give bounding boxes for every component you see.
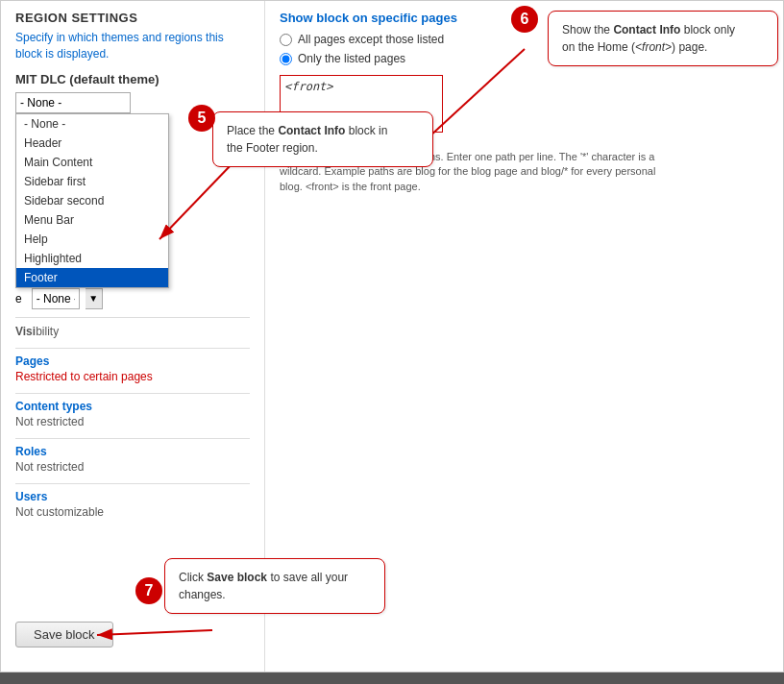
- visibility-section: Visibility: [15, 317, 250, 338]
- region-select[interactable]: - None - Header Main Content Sidebar fir…: [15, 92, 131, 113]
- menu-item-header[interactable]: Header: [16, 134, 168, 153]
- content-types-title[interactable]: Content types: [15, 400, 250, 413]
- dropdown-menu: - None - Header Main Content Sidebar fir…: [15, 113, 169, 288]
- theme-label: MIT DLC (default theme): [15, 72, 250, 86]
- step-5-circle: 5: [188, 105, 215, 132]
- menu-item-footer[interactable]: Footer: [16, 268, 168, 287]
- second-row-label: e: [15, 292, 22, 305]
- radio-only-listed-input[interactable]: [280, 53, 292, 65]
- callout-7: Click Save block to save all yourchanges…: [164, 558, 385, 614]
- callout-6-bold: Contact Info: [613, 23, 680, 37]
- pages-section-title[interactable]: Pages: [15, 354, 250, 368]
- desc-suffix: .: [106, 47, 109, 61]
- callout-6: Show the Contact Info block onlyon the H…: [548, 11, 778, 66]
- menu-item-highlighted[interactable]: Highlighted: [16, 249, 168, 268]
- step-6-circle: 6: [511, 6, 538, 33]
- region-settings-title: Region Settings: [15, 11, 250, 25]
- menu-item-menu-bar[interactable]: Menu Bar: [16, 210, 168, 230]
- pages-section-value: Restricted to certain pages: [15, 370, 250, 383]
- menu-item-none[interactable]: - None -: [16, 114, 168, 134]
- roles-value: Not restricted: [15, 460, 250, 474]
- save-block-button[interactable]: Save block: [15, 622, 113, 647]
- callout-7-bold: Save block: [207, 571, 267, 584]
- callout-5-bold: Contact Info: [278, 124, 345, 137]
- step-7-circle: 7: [135, 577, 162, 604]
- radio-only-listed-label: Only the listed pages: [298, 52, 405, 65]
- roles-title[interactable]: Roles: [15, 445, 250, 458]
- menu-item-help[interactable]: Help: [16, 230, 168, 249]
- desc-prefix: Specify: [15, 31, 57, 44]
- roles-section: Roles Not restricted: [15, 438, 250, 474]
- menu-item-main-content[interactable]: Main Content: [16, 153, 168, 172]
- menu-item-sidebar-first[interactable]: Sidebar first: [16, 172, 168, 191]
- callout-6-before: Show the: [562, 23, 613, 37]
- second-region-select[interactable]: - None -: [32, 288, 80, 309]
- second-dropdown-arrow[interactable]: ▼: [86, 288, 103, 309]
- region-settings-desc: Specify in which themes and regions this…: [15, 30, 250, 62]
- callout-7-before: Click: [179, 571, 207, 584]
- visibility-rest: bility: [36, 325, 59, 338]
- users-value: Not customizable: [15, 505, 250, 519]
- callout-5: Place the Contact Info block inthe Foote…: [212, 111, 433, 167]
- bottom-bar: [0, 672, 784, 684]
- callout-6-after: ) page.: [672, 40, 707, 54]
- content-types-section: Content types Not restricted: [15, 393, 250, 428]
- users-title[interactable]: Users: [15, 490, 250, 503]
- visibility-label: Visi: [15, 325, 36, 338]
- content-types-value: Not restricted: [15, 415, 250, 428]
- radio-all-except-input[interactable]: [280, 34, 292, 46]
- radio-all-except-label: All pages except those listed: [298, 33, 444, 46]
- menu-item-sidebar-second[interactable]: Sidebar second: [16, 191, 168, 210]
- pages-section: Pages Restricted to certain pages: [15, 348, 250, 383]
- callout-6-italic: <front>: [635, 40, 672, 54]
- callout-5-before: Place the: [227, 124, 278, 137]
- second-dropdown-row: e - None - ▼: [15, 288, 250, 309]
- users-section: Users Not customizable: [15, 483, 250, 519]
